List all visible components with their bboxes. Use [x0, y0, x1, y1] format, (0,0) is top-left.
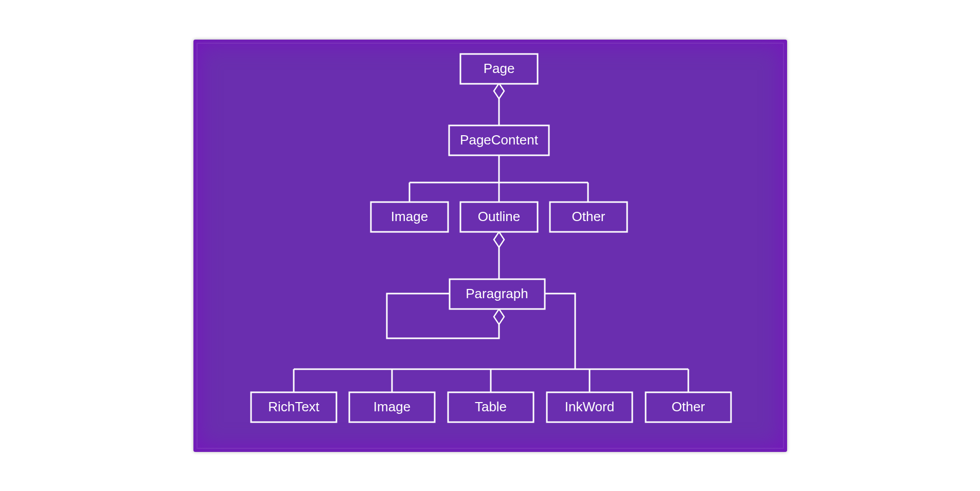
node-paragraph-label: Paragraph: [466, 285, 528, 301]
node-other1-label: Other: [572, 208, 605, 224]
node-image1: Image: [371, 202, 448, 232]
node-other2: Other: [646, 392, 731, 422]
diamond-outline: [494, 232, 504, 247]
node-image2-label: Image: [373, 398, 410, 414]
node-image1-label: Image: [390, 208, 427, 224]
node-outline-label: Outline: [477, 208, 520, 224]
node-page: Page: [460, 54, 538, 84]
node-richtext-label: RichText: [268, 398, 319, 414]
node-inkword: InkWord: [547, 392, 632, 422]
node-image2: Image: [349, 392, 435, 422]
node-richtext: RichText: [251, 392, 336, 422]
node-table: Table: [448, 392, 533, 422]
node-paragraph: Paragraph: [450, 279, 545, 309]
diagram-svg: Page PageContent Image Outline Other Par…: [193, 40, 787, 452]
node-inkword-label: InkWord: [564, 398, 614, 414]
node-table-label: Table: [474, 398, 506, 414]
diagram-panel: Page PageContent Image Outline Other Par…: [193, 40, 787, 452]
node-page-label: Page: [483, 60, 514, 76]
node-pagecontent: PageContent: [449, 125, 549, 155]
node-other2-label: Other: [671, 398, 705, 414]
diamond-paragraph: [494, 309, 504, 324]
node-outline: Outline: [460, 202, 538, 232]
node-pagecontent-label: PageContent: [460, 132, 539, 147]
edge-paragraph-right-down: [544, 294, 575, 369]
node-other1: Other: [550, 202, 627, 232]
diamond-page: [494, 83, 504, 99]
